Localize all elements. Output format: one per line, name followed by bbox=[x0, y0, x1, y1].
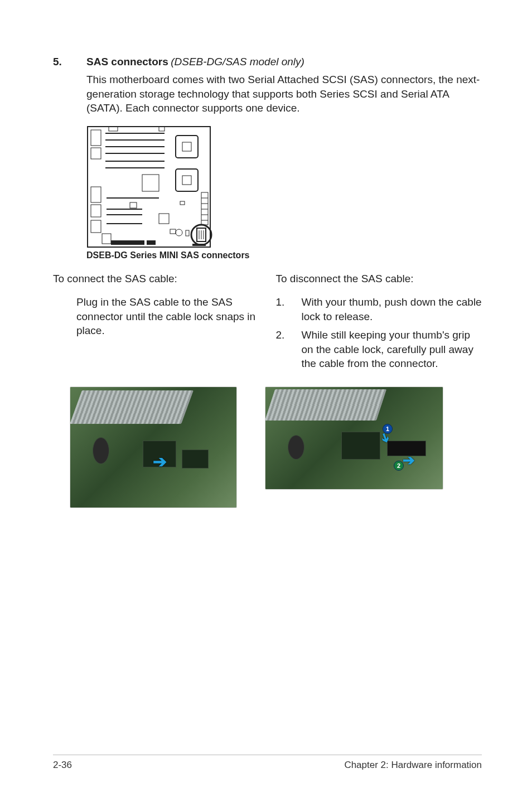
connect-heading: To connect the SAS cable: bbox=[53, 273, 259, 285]
page-number: 2-36 bbox=[53, 760, 72, 771]
svg-rect-14 bbox=[159, 127, 165, 131]
disconnect-heading: To disconnect the SAS cable: bbox=[276, 273, 482, 285]
svg-rect-21 bbox=[130, 202, 137, 208]
svg-rect-4 bbox=[91, 205, 101, 217]
svg-rect-5 bbox=[91, 220, 101, 233]
svg-rect-19 bbox=[142, 175, 159, 191]
svg-rect-3 bbox=[91, 187, 101, 202]
arrow-pull-icon: ➔ bbox=[403, 452, 415, 469]
svg-rect-43 bbox=[192, 244, 206, 246]
svg-rect-6 bbox=[102, 234, 111, 244]
step-text: While still keeping your thumb's grip on… bbox=[302, 328, 482, 371]
arrow-insert-icon: ➔ bbox=[153, 452, 167, 471]
svg-rect-27 bbox=[147, 240, 156, 245]
svg-rect-28 bbox=[201, 192, 208, 225]
connect-body: Plug in the SAS cable to the SAS connect… bbox=[76, 295, 259, 338]
svg-rect-15 bbox=[176, 136, 198, 158]
step-number: 2. bbox=[276, 328, 286, 371]
intro-paragraph: This motherboard comes with two Serial A… bbox=[86, 73, 482, 115]
svg-rect-17 bbox=[176, 169, 198, 191]
chapter-label: Chapter 2: Hardware information bbox=[344, 760, 482, 771]
connect-photo: ➔ bbox=[70, 386, 237, 508]
disconnect-column: To disconnect the SAS cable: 1. With you… bbox=[276, 273, 482, 381]
diagram-caption: DSEB-DG Series MINI SAS connectors bbox=[86, 250, 482, 260]
document-page: 5. SAS connectors (DSEB-DG/SAS model onl… bbox=[0, 0, 532, 802]
disconnect-photo: 1 ➔ 2 ➔ bbox=[265, 386, 443, 490]
disconnect-step-1: 1. With your thumb, push down the cable … bbox=[276, 295, 482, 323]
callout-2-label: 2 bbox=[397, 462, 400, 469]
motherboard-diagram bbox=[86, 125, 482, 248]
connect-column: To connect the SAS cable: Plug in the SA… bbox=[53, 273, 259, 381]
svg-rect-1 bbox=[91, 130, 101, 146]
svg-rect-18 bbox=[182, 176, 191, 185]
svg-point-35 bbox=[176, 229, 182, 236]
section-title-line: SAS connectors (DSEB-DG/SAS model only) bbox=[86, 56, 304, 68]
svg-rect-13 bbox=[109, 127, 118, 131]
step-text: With your thumb, push down the cable loc… bbox=[302, 295, 482, 323]
instruction-columns: To connect the SAS cable: Plug in the SA… bbox=[53, 273, 482, 381]
svg-rect-26 bbox=[111, 240, 144, 245]
section-note: (DSEB-DG/SAS model only) bbox=[171, 56, 304, 67]
step-number: 1. bbox=[276, 295, 286, 323]
photo-row: ➔ 1 ➔ 2 ➔ bbox=[53, 386, 482, 508]
svg-rect-20 bbox=[159, 214, 169, 224]
svg-rect-34 bbox=[170, 229, 176, 234]
page-footer: 2-36 Chapter 2: Hardware information bbox=[53, 755, 482, 771]
disconnect-steps: 1. With your thumb, push down the cable … bbox=[276, 295, 482, 371]
section-title: SAS connectors bbox=[86, 56, 168, 67]
svg-rect-36 bbox=[186, 230, 189, 236]
svg-rect-0 bbox=[88, 127, 210, 247]
section-number: 5. bbox=[53, 56, 71, 68]
section-heading: 5. SAS connectors (DSEB-DG/SAS model onl… bbox=[53, 56, 482, 68]
svg-rect-37 bbox=[180, 201, 185, 205]
motherboard-diagram-svg bbox=[86, 125, 220, 248]
disconnect-step-2: 2. While still keeping your thumb's grip… bbox=[276, 328, 482, 371]
svg-rect-16 bbox=[182, 142, 191, 151]
svg-rect-2 bbox=[91, 148, 101, 159]
